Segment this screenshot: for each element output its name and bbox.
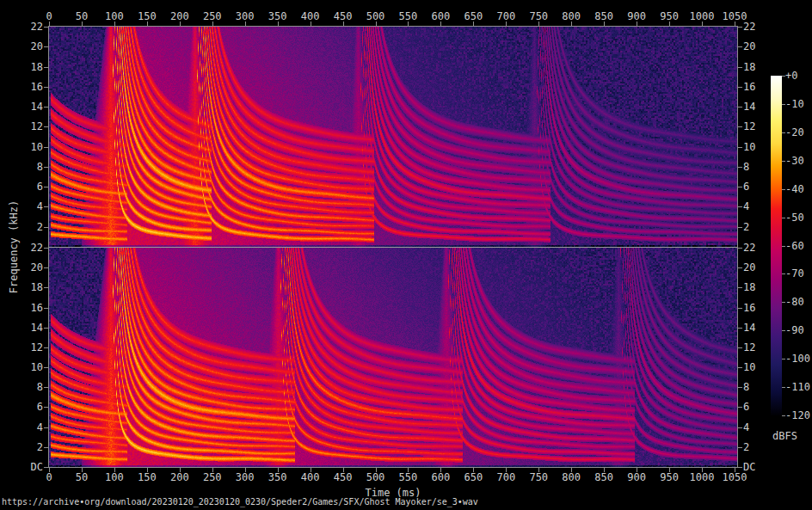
x-tick-label: 550: [399, 472, 418, 482]
source-url: https://archive•org/download/20230120_20…: [2, 497, 478, 507]
y-tick-mark: [44, 67, 48, 68]
y-tick-label: 14: [743, 101, 755, 112]
x-tick-label: 900: [627, 472, 646, 482]
x-tick-label: 150: [138, 11, 157, 22]
y-tick-label: 16: [0, 303, 43, 313]
y-tick-label: 4: [0, 201, 43, 212]
y-tick-mark: [738, 347, 742, 348]
y-tick-mark: [44, 46, 48, 47]
y-tick-label: 10: [0, 362, 43, 372]
y-tick-mark: [738, 227, 742, 228]
x-tick-label: 100: [105, 11, 124, 22]
colorbar-tick-label: -90: [785, 325, 804, 335]
x-tick-label: 200: [170, 11, 189, 22]
y-tick-mark: [44, 387, 48, 388]
y-tick-mark: [738, 248, 742, 249]
y-tick-mark: [44, 407, 48, 408]
y-tick-label: 16: [743, 303, 755, 313]
y-tick-label: 6: [743, 181, 749, 192]
y-tick-mark: [44, 206, 48, 207]
y-tick-label: 8: [743, 382, 749, 392]
y-tick-mark: [738, 427, 742, 428]
y-tick-mark: [44, 126, 48, 127]
y-tick-mark: [738, 367, 742, 368]
x-tick-label: 50: [76, 472, 88, 482]
y-tick-label: 22: [0, 243, 43, 253]
y-tick-mark: [738, 328, 742, 329]
x-tick-label: 150: [138, 472, 157, 482]
y-tick-mark: [738, 87, 742, 88]
x-tick-label: 950: [660, 11, 679, 22]
colorbar-tick-label: -20: [785, 127, 804, 138]
x-tick-label: 650: [464, 11, 483, 22]
spectrogram-left-channel: [49, 27, 737, 247]
y-tick-mark: [44, 227, 48, 228]
y-tick-mark: [738, 187, 742, 187]
y-tick-label: 18: [743, 282, 755, 292]
colorbar-tick-label: +0: [785, 71, 797, 81]
y-tick-label: 14: [743, 323, 755, 333]
x-tick-label: 300: [236, 472, 255, 482]
x-tick-label: 250: [203, 472, 222, 482]
colorbar-tick-label: -120: [785, 410, 810, 421]
y-tick-mark: [738, 27, 742, 28]
y-tick-label: 2: [743, 442, 749, 452]
y-tick-mark: [738, 267, 742, 268]
spectrogram-right-channel: [49, 248, 737, 467]
y-tick-label: 2: [743, 222, 749, 232]
y-tick-label: 8: [743, 162, 749, 172]
x-tick-label: 450: [334, 11, 353, 22]
y-tick-label: 22: [0, 22, 43, 32]
y-tick-label: 12: [0, 342, 43, 353]
y-tick-mark: [738, 387, 742, 388]
y-tick-label: 10: [743, 142, 755, 152]
x-tick-label: 600: [432, 11, 451, 22]
y-tick-label: DC: [0, 462, 43, 472]
y-tick-mark: [44, 308, 48, 309]
y-tick-label: 22: [743, 22, 755, 32]
x-tick-label: 300: [236, 11, 255, 22]
x-tick-label: 700: [496, 11, 515, 22]
colorbar-tick-label: -30: [785, 156, 804, 166]
x-tick-label: 1000: [690, 472, 715, 482]
y-tick-mark: [738, 147, 742, 148]
spectrogram-panels: [48, 26, 738, 468]
x-tick-label: 750: [529, 11, 548, 22]
y-tick-mark: [738, 287, 742, 288]
y-tick-mark: [738, 206, 742, 207]
y-tick-mark: [738, 46, 742, 47]
colorbar-tick-label: -110: [785, 382, 810, 392]
y-tick-label: 20: [743, 41, 755, 52]
y-tick-mark: [44, 347, 48, 348]
y-tick-mark: [738, 167, 742, 168]
y-tick-mark: [44, 248, 48, 249]
colorbar: [771, 76, 782, 415]
colorbar-tick-label: -80: [785, 297, 804, 307]
x-tick-label: 850: [594, 11, 613, 22]
colorbar-tick-label: -50: [785, 212, 804, 223]
y-tick-mark: [738, 407, 742, 408]
y-tick-mark: [44, 287, 48, 288]
x-tick-label: 950: [660, 472, 679, 482]
y-tick-label: 4: [743, 422, 749, 433]
y-tick-mark: [44, 328, 48, 329]
x-tick-label: 600: [432, 472, 451, 482]
x-tick-label: 700: [496, 472, 515, 482]
x-tick-label: 750: [529, 472, 548, 482]
x-tick-label: 500: [366, 11, 385, 22]
y-tick-label: 8: [0, 162, 43, 172]
y-tick-mark: [738, 126, 742, 127]
y-tick-label: 12: [0, 121, 43, 132]
y-tick-label: 20: [0, 262, 43, 273]
y-tick-mark: [44, 107, 48, 108]
x-tick-label: 0: [46, 472, 52, 482]
y-tick-label: 12: [743, 121, 755, 132]
y-tick-mark: [738, 447, 742, 448]
x-tick-label: 550: [399, 11, 418, 22]
y-tick-label: 4: [743, 201, 749, 212]
y-tick-label: 12: [743, 342, 755, 353]
x-tick-label: 1000: [690, 11, 715, 22]
y-tick-mark: [738, 67, 742, 68]
x-tick-label: 250: [203, 11, 222, 22]
y-tick-label: 4: [0, 422, 43, 433]
